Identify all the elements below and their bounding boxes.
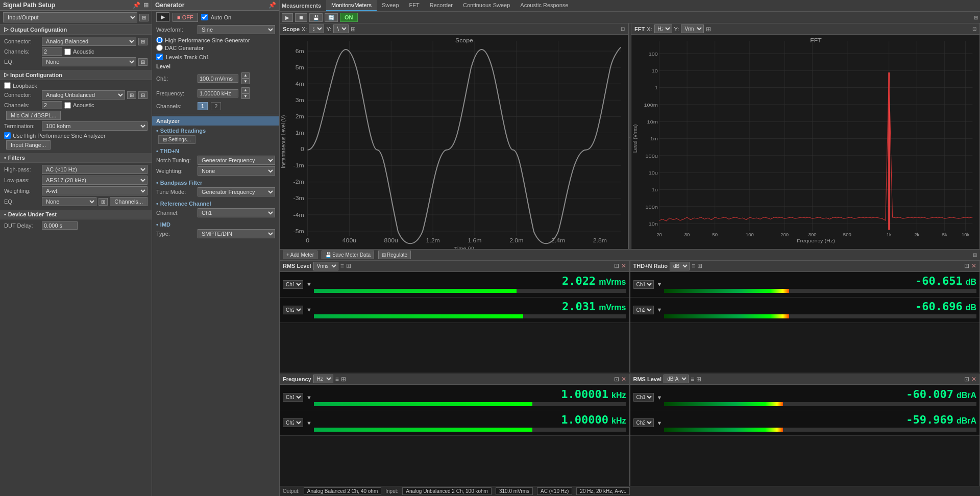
scope-expand-icon[interactable]: ⊞	[351, 26, 356, 33]
ch1-level-input[interactable]	[198, 75, 238, 83]
play-button[interactable]: ▶	[156, 12, 169, 22]
thdn-ch1-arrow[interactable]: ▼	[657, 281, 663, 287]
freq-input[interactable]	[198, 89, 238, 97]
freq-up[interactable]: ▲	[241, 87, 250, 93]
thdn-unit-select[interactable]: dB	[670, 262, 690, 270]
output-channels-input[interactable]	[42, 47, 62, 56]
thd-weighting-select[interactable]: None	[198, 166, 275, 176]
rms-dbra-ch1-arrow[interactable]: ▼	[657, 394, 663, 401]
input-connector-edit1[interactable]: ⊞	[127, 91, 136, 99]
on-button[interactable]: ON	[340, 13, 358, 22]
meters-expand[interactable]: ⊞	[973, 252, 977, 258]
thdn-ch2-select[interactable]: Ch2	[633, 306, 654, 314]
rms-ch2-select[interactable]: Ch2	[283, 306, 303, 314]
levels-track-check[interactable]	[156, 54, 163, 60]
freq-icon2[interactable]: ⊞	[341, 376, 346, 383]
fft-y-select[interactable]: Vrms	[681, 24, 704, 33]
thdn-close[interactable]: ✕	[971, 262, 976, 269]
expand-right[interactable]: ⊞	[974, 15, 978, 20]
ch1-button[interactable]: 1	[198, 102, 208, 110]
toolbar-icon1[interactable]: ▶	[282, 13, 293, 22]
rms-dbra-icon1[interactable]: ≡	[691, 376, 694, 383]
ch2-button[interactable]: 2	[211, 102, 221, 110]
input-connector-select[interactable]: Analog Unbalanced	[42, 90, 125, 100]
tab-fft[interactable]: FFT	[404, 0, 425, 11]
tune-mode-select[interactable]: Generator Frequency	[198, 187, 275, 196]
regulate-button[interactable]: ⊞ Regulate	[378, 251, 411, 259]
scope-y-select[interactable]: V	[333, 24, 349, 33]
freq-maximize[interactable]: ⊡	[614, 376, 619, 383]
rms-dbra-close[interactable]: ✕	[971, 376, 976, 383]
fft-expand-icon[interactable]: ⊞	[706, 26, 711, 33]
output-connector-select[interactable]: Analog Balanced	[42, 37, 136, 46]
output-eq-edit[interactable]: ⊞	[138, 58, 148, 66]
ref-channel-select[interactable]: Ch1	[198, 208, 275, 217]
dut-delay-input[interactable]	[42, 221, 78, 230]
freq-ch2-arrow[interactable]: ▼	[306, 420, 312, 426]
notch-select[interactable]: Generator Frequency	[198, 156, 275, 165]
tab-monitors-meters[interactable]: Monitors/Meters	[326, 0, 377, 11]
fft-x-select[interactable]: Hz	[654, 24, 672, 33]
freq-down[interactable]: ▼	[241, 93, 250, 100]
rms-dbra-ch1-select[interactable]: Ch1	[633, 393, 654, 402]
scope-popout[interactable]: ⊡	[621, 26, 625, 32]
rms-dbra-ch2-arrow[interactable]: ▼	[657, 420, 663, 426]
rms-level-icon2[interactable]: ⊞	[346, 262, 351, 269]
loopback-check[interactable]	[4, 82, 11, 89]
thdn-ch2-arrow[interactable]: ▼	[657, 307, 663, 313]
filter-eq-select[interactable]: None	[42, 197, 96, 206]
rms-dbra-maximize[interactable]: ⊡	[964, 376, 969, 383]
waveform-select[interactable]: Sine	[198, 25, 275, 34]
hp-sine-radio[interactable]	[156, 37, 163, 43]
open-icon[interactable]: ⊞	[139, 14, 149, 21]
toolbar-icon2[interactable]: ⏹	[295, 13, 307, 22]
save-meter-data-button[interactable]: 💾 Save Meter Data	[322, 251, 374, 259]
output-connector-edit[interactable]: ⊞	[138, 38, 148, 45]
freq-icon1[interactable]: ≡	[335, 376, 339, 383]
pin-icon[interactable]: 📌	[133, 2, 140, 9]
lowpass-select[interactable]: AES17 (20 kHz)	[42, 176, 148, 185]
filter-eq-icon[interactable]: ⊞	[99, 198, 108, 206]
input-acoustic-check[interactable]	[64, 102, 71, 109]
frequency-unit-select[interactable]: Hz	[313, 375, 333, 383]
mic-cal-button[interactable]: Mic Cal / dBSPL...	[6, 111, 61, 120]
rms-level-maximize[interactable]: ⊡	[614, 262, 619, 269]
ch1-level-down[interactable]: ▼	[241, 79, 250, 85]
freq-ch2-select[interactable]: Ch2	[283, 418, 303, 427]
output-eq-select[interactable]: None	[42, 57, 136, 66]
dac-radio[interactable]	[156, 44, 163, 51]
ch1-level-up[interactable]: ▲	[241, 72, 250, 79]
settings-button[interactable]: ⊞ Settings...	[158, 135, 195, 144]
rms-level-close[interactable]: ✕	[621, 262, 626, 269]
tab-sweep[interactable]: Sweep	[377, 0, 404, 11]
output-acoustic-check[interactable]	[64, 48, 71, 55]
input-range-button[interactable]: Input Range...	[6, 140, 51, 150]
thdn-icon1[interactable]: ≡	[692, 262, 695, 269]
scope-x-select[interactable]: s	[309, 24, 324, 33]
freq-ch1-arrow[interactable]: ▼	[306, 394, 312, 401]
channels-button[interactable]: Channels...	[110, 197, 148, 206]
input-connector-edit2[interactable]: ⊟	[138, 91, 148, 99]
thdn-icon2[interactable]: ⊞	[697, 262, 702, 269]
hp-sine-check[interactable]	[4, 132, 11, 139]
rms-dbra-unit-select[interactable]: dBrA	[664, 375, 689, 383]
tab-recorder[interactable]: Recorder	[425, 0, 458, 11]
off-button[interactable]: ■ OFF	[173, 13, 198, 22]
rms-level-unit-select[interactable]: Vrms	[313, 262, 338, 270]
tab-acoustic-response[interactable]: Acoustic Response	[515, 0, 573, 11]
freq-close[interactable]: ✕	[621, 376, 626, 383]
toolbar-icon3[interactable]: 💾	[309, 13, 323, 22]
rms-level-icon1[interactable]: ≡	[340, 262, 344, 269]
rms-ch2-dropdown-arrow[interactable]: ▼	[306, 307, 312, 313]
expand-icon[interactable]: ⊞	[143, 2, 149, 9]
tab-continuous-sweep[interactable]: Continuous Sweep	[458, 0, 515, 11]
highpass-select[interactable]: AC (<10 Hz)	[42, 165, 148, 174]
weighting-select[interactable]: A-wt.	[42, 186, 148, 195]
add-meter-button[interactable]: + Add Meter	[283, 251, 317, 259]
rms-ch1-select[interactable]: Ch1	[283, 280, 303, 289]
rms-dbra-icon2[interactable]: ⊞	[696, 376, 701, 383]
freq-ch1-select[interactable]: Ch1	[283, 393, 303, 402]
rms-dbra-ch2-select[interactable]: Ch2	[633, 418, 654, 427]
toolbar-icon4[interactable]: 🔄	[325, 13, 338, 22]
gen-pin-icon[interactable]: 📌	[268, 2, 276, 9]
